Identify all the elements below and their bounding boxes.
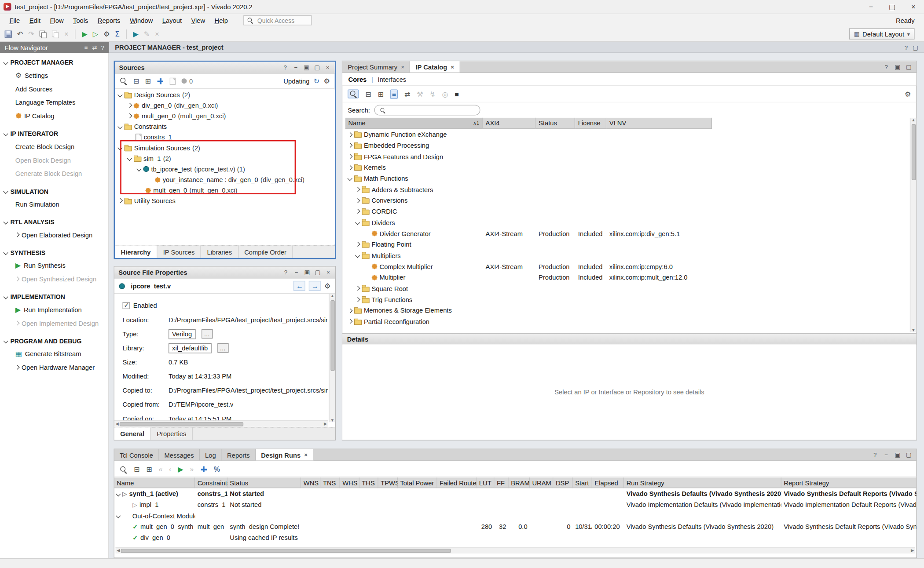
quick-access-search[interactable] [243,15,312,25]
scroll-up-icon[interactable]: ▲ [330,294,334,298]
subtab-interfaces[interactable]: Interfaces [378,76,407,83]
step-back-icon[interactable]: ‹ [169,465,171,473]
column-header-wns[interactable]: WNS [301,477,320,488]
ip-catalog-row-square-root[interactable]: Square Root [345,283,909,294]
scroll-left-icon[interactable]: ◀ [117,548,120,553]
ellipsis-button[interactable]: … [217,343,228,353]
menu-edit[interactable]: Edit [25,15,45,25]
chevron-right-icon[interactable] [348,319,352,324]
panel-float-icon[interactable]: ▣ [304,64,309,71]
chevron-right-icon[interactable] [355,242,359,247]
expand-all-icon[interactable]: ⊞ [145,77,151,85]
menu-layout[interactable]: Layout [158,15,187,25]
help-icon[interactable]: ? [905,44,908,51]
sidebar-item-open-elaborated-design[interactable]: Open Elaborated Design [0,228,108,241]
tree-item-your-instance-name-div-gen-0[interactable]: your_instance_name : div_gen_0(div_gen_0… [115,174,335,185]
column-header-ff[interactable]: FF [495,477,509,488]
chevron-right-icon[interactable] [355,187,359,192]
forward-icon[interactable]: → [309,281,321,291]
sidebar-item-run-synthesis[interactable]: ▶Run Synthesis [0,259,108,272]
tree-item-simulation-sources[interactable]: Simulation Sources(2) [115,142,335,153]
swap-icon[interactable]: ⇄ [92,44,97,51]
quick-access-input[interactable] [256,16,307,25]
hierarchy-view-icon[interactable]: ≡ [390,89,398,98]
panel-float-icon[interactable]: ▣ [895,451,900,458]
column-header-status[interactable]: Status [535,118,575,129]
panel-float-icon[interactable]: ▣ [304,269,310,276]
expand-all-icon[interactable]: ⊞ [146,465,152,473]
window-close-button[interactable]: × [903,0,924,14]
ip-catalog-row-kernels[interactable]: Kernels [345,162,909,173]
close-icon[interactable]: × [304,451,308,458]
chevron-right-icon[interactable] [118,198,122,203]
run-icon[interactable]: ▶ [82,30,87,38]
ip-catalog-row-dividers[interactable]: Dividers [345,217,909,228]
ip-catalog-row-fpga-features-and-design[interactable]: FPGA Features and Design [345,151,909,162]
sidebar-item-add-sources[interactable]: Add Sources [0,82,108,95]
menu-view[interactable]: View [187,15,210,25]
subtab-cores[interactable]: Cores [348,76,367,83]
chevron-down-icon[interactable] [116,492,121,496]
column-header-constraints[interactable]: Constraints [195,477,227,488]
sources-tab-libraries[interactable]: Libraries [201,245,238,258]
scroll-left-icon[interactable]: ◀ [116,422,119,426]
layout-selector[interactable]: ▦ Default Layout ▾ [849,28,915,39]
design-run-row-div-gen-0[interactable]: ✓div_gen_0Using cached IP results [114,532,917,543]
chevron-right-icon[interactable] [355,198,359,203]
ip-catalog-row-multiplier[interactable]: MultiplierProductionIncludedxilinx.com:i… [345,272,909,283]
sources-tab-ip-sources[interactable]: IP Sources [157,245,201,258]
sidebar-item-open-hardware-manager[interactable]: Open Hardware Manager [0,360,108,374]
target-icon[interactable]: ◎ [442,90,448,98]
ip-catalog-row-trig-functions[interactable]: Trig Functions [345,294,909,305]
cancel-icon[interactable]: × [155,30,159,38]
fn-section-header-implementation[interactable]: IMPLEMENTATION [0,291,108,303]
maximize-icon[interactable]: ▢ [913,44,918,51]
column-header-bram[interactable]: BRAM [509,477,530,488]
paste-icon[interactable] [52,30,59,37]
fn-section-header-simulation[interactable]: SIMULATION [0,186,108,197]
sidebar-item-language-templates[interactable]: Language Templates [0,95,108,109]
step-forward-icon[interactable]: » [190,465,194,473]
panel-maximize-icon[interactable]: ▢ [906,64,911,70]
chevron-right-icon[interactable] [355,286,359,291]
tree-item-mult-gen-0[interactable]: mult_gen_0(mult_gen_0.xci) [115,185,335,196]
sidebar-item-run-simulation[interactable]: Run Simulation [0,197,108,211]
column-header-vlnv[interactable]: VLNV [606,118,712,129]
properties-tab-properties[interactable]: Properties [151,427,193,440]
menu-reports[interactable]: Reports [93,15,125,25]
ip-catalog-row-adders-subtracters[interactable]: Adders & Subtracters [345,184,909,195]
percent-icon[interactable]: % [214,465,220,473]
settings-gear-icon[interactable]: ⚙ [324,282,330,290]
panel-help-icon[interactable]: ? [283,269,289,276]
column-header-ths[interactable]: THS [359,477,378,488]
chevron-down-icon[interactable] [4,220,8,224]
panel-minimize-icon[interactable]: − [884,451,889,458]
close-icon[interactable]: × [401,64,404,70]
undo-icon[interactable]: ↶ [17,30,23,38]
search-icon[interactable] [120,466,127,473]
panel-minimize-icon[interactable]: − [293,64,299,71]
sidebar-item-generate-block-design[interactable]: Generate Block Design [0,167,108,180]
panel-help-icon[interactable]: ? [884,64,889,70]
close-icon[interactable]: × [451,64,454,70]
scroll-down-icon[interactable]: ▼ [330,418,334,422]
chevron-down-icon[interactable] [127,156,132,160]
scrollbar-thumb[interactable] [120,422,243,426]
run-icon[interactable]: ▶ [178,465,183,473]
tree-item-tb-ipcore-test[interactable]: tb_ipcore_test(ipcore_test.v) (1) [115,164,335,174]
back-icon[interactable]: ← [293,281,305,291]
chevron-down-icon[interactable] [118,92,122,97]
scrollbar-thumb[interactable] [911,124,915,180]
redo-icon[interactable]: ↷ [28,30,34,38]
sidebar-item-open-implemented-design[interactable]: Open Implemented Design [0,316,108,330]
ip-catalog-row-memories-storage-elements[interactable]: Memories & Storage Elements [345,305,909,316]
sidebar-item-open-synthesized-design[interactable]: Open Synthesized Design [0,272,108,286]
copy-icon[interactable] [40,30,47,37]
property-type-field[interactable]: Verilog [169,329,195,339]
ip-catalog-row-dynamic-function-exchange[interactable]: Dynamic Function eXchange [345,129,909,140]
bottom-tab-reports[interactable]: Reports [222,449,256,460]
ip-catalog-row-multipliers[interactable]: Multipliers [345,250,909,261]
sidebar-item-ip-catalog[interactable]: IP Catalog [0,109,108,123]
catalog-search-input[interactable] [374,105,480,115]
column-header-uram[interactable]: URAM [530,477,554,488]
